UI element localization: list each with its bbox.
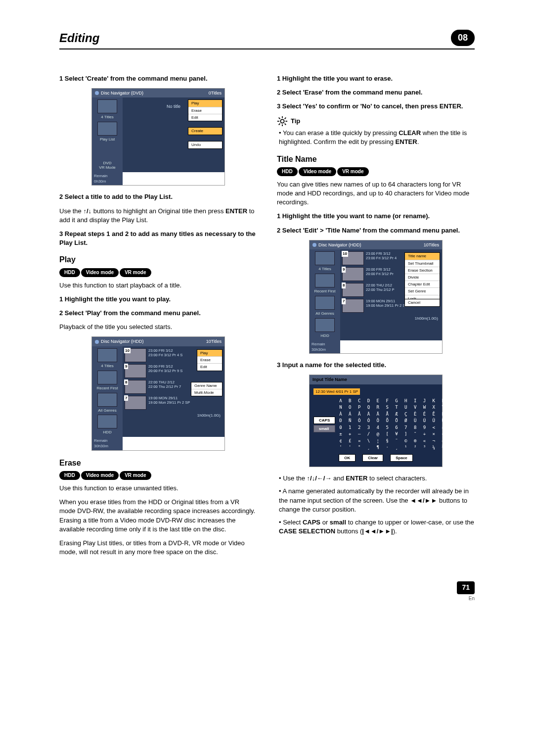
titlename-step1: 1 Highlight the title you want to name (… — [277, 212, 475, 221]
n: 7 — [124, 395, 128, 401]
fig1-menu-create: Create — [188, 127, 222, 135]
erase-step1: 1 Highlight the title you want to erase. — [277, 74, 475, 83]
r: N O P Q R S T U V W X Y Z ( ) : ; — [339, 405, 493, 410]
fig1-sidebar: 4 Titles Play List DVD VR Mode — [92, 97, 123, 172]
t: and — [331, 474, 346, 482]
led-icon — [95, 340, 99, 344]
figure-disc-navigator-dvd: Disc Navigator (DVD) 0Titles 4 Titles Pl… — [91, 88, 225, 186]
fig1-menu-primary: Play Erase Edit — [188, 99, 222, 121]
fig3-footer: 1h00m(1.0G) — [342, 315, 440, 322]
n: 8 — [124, 379, 128, 385]
n: 10 — [124, 348, 131, 353]
fig3-main: 1023:00 FRI 3/1223:00 Fri 3/12 Pr 4 920:… — [340, 249, 442, 340]
titlename-step2: 2 Select 'Edit' > 'Title Name' from the … — [277, 226, 475, 235]
menu-item-genre-name: Genre Name — [191, 382, 222, 389]
l: 4 Titles — [101, 364, 113, 369]
svg-line-6 — [285, 124, 286, 125]
enter-label: ENTER — [396, 138, 417, 145]
figure-disc-navigator-hdd-edit: Disc Navigator (HDD) 10Titles 4 Titles R… — [309, 240, 443, 354]
fig1-title: Disc Navigator (DVD) — [101, 91, 143, 95]
fig2-footer: 1h00m(1.0G) — [125, 412, 222, 419]
r: ± + – / @ [ ¥ ] ˜ ÷ × « ( | ) ¯ ¡ — [339, 431, 493, 436]
l: HDD — [320, 334, 329, 338]
fig1-main: No title Play Erase Edit Create Undo — [123, 97, 224, 172]
sidebar-label-playlist: Play List — [100, 138, 115, 142]
erase-badges: HDDVideo modeVR mode — [59, 471, 257, 480]
tip-label: Tip — [291, 117, 300, 126]
fig2-menu: Play Erase Edit — [197, 349, 222, 371]
play-step2-body: Playback of the title you selected start… — [59, 323, 257, 331]
t: Select — [283, 519, 303, 526]
n: 10 — [342, 251, 348, 256]
header-rule — [59, 48, 475, 49]
figure-disc-navigator-hdd-play: Disc Navigator (HDD) 10Titles 4 Titles R… — [91, 336, 225, 450]
menu-item-erase: Erase — [188, 107, 222, 114]
n: 9 — [342, 267, 346, 272]
badge-video: Video mode — [81, 268, 119, 277]
fig3-cancel: Cancel — [404, 299, 440, 306]
sidebar-label-mode: DVD VR Mode — [99, 161, 115, 170]
arrow-up-down-icon: ↑/↓ — [83, 207, 91, 215]
section-title-name: Title Name — [277, 154, 475, 165]
t: buttons to highlight an Original title t… — [91, 207, 225, 215]
menu-item-erase: Erase — [197, 357, 222, 364]
fig4-title: Input Title Name — [312, 377, 347, 383]
badge-vr: VR mode — [337, 167, 368, 176]
svg-line-7 — [279, 124, 280, 125]
fig3-sidebar: 4 Titles Recent First All Genres HDD — [310, 249, 340, 340]
small-label: small — [330, 519, 346, 526]
skip-buttons-icon: |◄◄/►►| — [362, 527, 393, 535]
badge-video: Video mode — [81, 471, 119, 480]
figure-input-title-name: Input Title Name 12:30 Wed 4/01 Pr 1 SP … — [309, 375, 443, 467]
erase-step2: 2 Select 'Erase' from the command menu p… — [277, 88, 475, 97]
svg-line-5 — [279, 118, 280, 119]
badge-video: Video mode — [299, 167, 337, 176]
case-selection-label: CASE SELECTION — [279, 527, 335, 535]
fig3-submenu: Title name Set Thumbnail Erase Section D… — [404, 252, 440, 302]
fig2-main: 1023:00 FRI 3/1223:00 Fri 3/12 Pr 4 S 92… — [123, 346, 224, 437]
menu-item-play: Play — [188, 100, 222, 107]
play-step2: 2 Select 'Play' from the command menu pa… — [59, 309, 257, 318]
sidebar-tile — [315, 296, 335, 310]
t: . — [417, 138, 419, 145]
t: You can erase a title quickly by pressin… — [283, 129, 399, 137]
fig3-count: 10Titles — [424, 242, 439, 248]
chapter-number-badge: 08 — [451, 30, 475, 46]
step-select-title-body: Use the ↑/↓ buttons to highlight an Orig… — [59, 207, 257, 225]
table-row: 719:00 MON 29/1119:00 Mon 29/11 Pr 2 SP — [125, 396, 222, 410]
l: All Genres — [315, 312, 334, 316]
menu-item-undo: Undo — [188, 142, 222, 148]
fig2-remain: Remain 30h30m — [92, 437, 123, 450]
t: ). — [393, 527, 397, 535]
menu-item-multi-mode: Multi-Mode — [191, 389, 222, 396]
caps-label: CAPS — [303, 519, 320, 526]
n: 9 — [124, 364, 128, 369]
sidebar-tile — [315, 274, 335, 287]
badge-hdd: HDD — [59, 268, 80, 277]
caps-button: CAPS — [313, 417, 335, 424]
r: 0 1 2 3 4 5 6 7 8 9 < = > * ` & ^ — [339, 425, 493, 430]
menu-item-chapter-edit: Chapter Edit — [405, 281, 440, 288]
space-button: Space — [390, 454, 413, 462]
fig4-status: 12:30 Wed 4/01 Pr 1 SP — [313, 388, 360, 395]
menu-item-set-genre: Set Genre — [405, 288, 440, 295]
sidebar-tile-titles — [97, 99, 117, 113]
step-repeat: 3 Repeat steps 1 and 2 to add as many ti… — [59, 230, 257, 247]
badge-vr: VR mode — [120, 471, 151, 480]
bullet-use-arrows: Use the ↑/↓/←/→ and ENTER to select char… — [279, 474, 475, 483]
fig2-title: Disc Navigator (HDD) — [101, 339, 144, 344]
bullet-auto-name: A name generated automatically by the re… — [279, 487, 475, 514]
page-footer: 71 En — [59, 581, 475, 602]
tip-body: You can erase a title quickly by pressin… — [279, 129, 475, 146]
r: À Á Â Ã Ä Å Æ Ç È É Ê Ë Ì Í Î Ï # — [339, 412, 493, 417]
chapter-title: Editing — [59, 30, 99, 47]
led-icon — [312, 243, 316, 247]
rewind-forward-icon: ◄◄/►► — [410, 497, 437, 504]
sidebar-tile — [315, 318, 335, 332]
menu-item-edit: Edit — [188, 114, 222, 121]
r: ¢ £ ¤ \ ¦ § ¨ © ® « ¬ – ® ¯ ° — [339, 438, 474, 443]
section-play: Play — [59, 254, 257, 265]
page-header: Editing 08 — [59, 30, 475, 47]
menu-item-set-thumbnail: Set Thumbnail — [405, 260, 440, 267]
menu-item-title-name: Title name — [405, 253, 440, 260]
